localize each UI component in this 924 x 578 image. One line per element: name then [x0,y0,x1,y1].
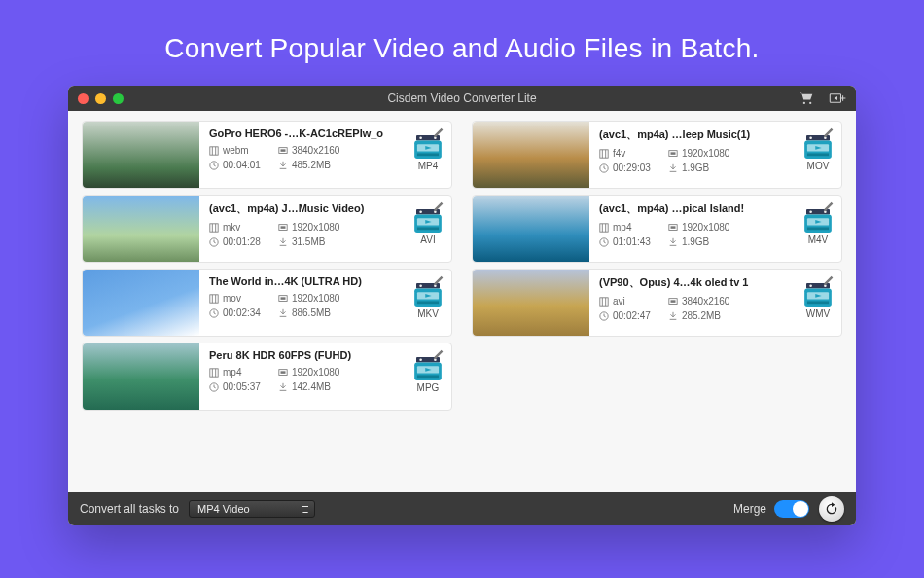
file-duration: 00:05:37 [223,381,261,392]
output-format-value: MP4 Video [197,503,250,515]
file-size: 142.4MB [292,381,331,392]
file-thumbnail [473,270,589,336]
output-format-select[interactable]: MP4 Video [189,500,315,518]
svg-rect-32 [417,227,439,230]
svg-point-38 [809,210,812,213]
clock-icon [209,237,219,247]
svg-rect-53 [600,297,608,305]
file-thumbnail [83,270,199,336]
edit-icon[interactable] [822,273,835,287]
file-size: 285.2MB [682,310,721,321]
file-target-format: WMV [806,308,830,319]
svg-rect-56 [670,300,675,303]
file-container: f4v [613,148,625,159]
svg-rect-43 [210,294,218,302]
titlebar: Cisdem Video Converter Lite [68,86,856,111]
file-duration: 00:02:34 [223,307,261,318]
file-title: GoPro HERO6 -…K-AC1cREPIw_o [209,127,399,139]
resolution-icon [278,146,288,156]
cart-icon[interactable] [798,91,815,105]
svg-rect-52 [417,301,439,304]
edit-icon[interactable] [432,347,445,361]
filesize-icon [278,161,288,170]
svg-point-58 [809,284,812,287]
file-target-format: MKV [417,308,439,319]
container-icon [209,223,219,233]
file-title: (avc1、mp4a) …pical Island! [599,201,789,216]
file-card[interactable]: (avc1、mp4a) …leep Music(1) f4v 00:29:03 … [472,121,842,189]
file-resolution: 1920x1080 [292,293,340,304]
file-duration: 00:04:01 [223,160,261,170]
edit-icon[interactable] [822,199,835,213]
file-resolution: 3840x2160 [682,296,730,307]
convert-button[interactable] [819,496,844,522]
file-target-format: AVI [420,235,435,245]
file-container: mov [223,293,241,304]
resolution-icon [278,294,288,304]
svg-rect-6 [280,149,285,152]
svg-rect-46 [280,297,285,300]
container-icon [599,149,609,159]
file-card[interactable]: (avc1、mp4a) J…Music Video) mkv 00:01:28 … [82,195,452,263]
file-resolution: 1920x1080 [292,222,340,233]
file-card[interactable]: (avc1、mp4a) …pical Island! mp4 01:01:43 … [472,195,842,263]
file-size: 1.9GB [682,163,709,173]
container-icon [599,223,609,233]
file-card[interactable]: The World in…4K (ULTRA HD) mov 00:02:34 … [82,269,452,337]
file-thumbnail [83,196,199,262]
file-card[interactable]: (VP90、Opus) 4…4k oled tv 1 avi 00:02:47 … [472,269,842,337]
svg-rect-26 [280,226,285,229]
file-card[interactable]: GoPro HERO6 -…K-AC1cREPIw_o webm 00:04:0… [82,121,452,189]
minimize-window-button[interactable] [95,93,106,104]
svg-rect-22 [807,153,829,156]
clock-icon [209,382,219,392]
page-headline: Convert Popular Video and Audio Files in… [164,33,759,64]
container-icon [209,146,219,156]
clock-icon [599,237,609,247]
filesize-icon [668,237,678,247]
file-target-format: MP4 [418,161,439,171]
svg-rect-72 [417,375,439,378]
merge-toggle[interactable] [774,500,809,518]
clock-icon [599,163,609,173]
svg-rect-66 [280,371,285,374]
file-title: (avc1、mp4a) J…Music Video) [209,201,399,216]
close-window-button[interactable] [78,93,89,104]
svg-rect-33 [600,223,608,231]
svg-point-8 [419,136,422,139]
svg-rect-23 [210,223,218,231]
svg-point-0 [803,102,805,104]
add-media-icon[interactable] [829,91,846,105]
edit-icon[interactable] [432,273,445,287]
edit-icon[interactable] [432,199,445,213]
edit-icon[interactable] [822,126,835,139]
file-container: mp4 [613,222,631,233]
file-title: The World in…4K (ULTRA HD) [209,275,399,287]
svg-point-68 [419,358,422,361]
container-icon [209,294,219,304]
container-icon [209,368,219,378]
svg-rect-36 [670,226,675,229]
clock-icon [209,161,219,170]
file-container: webm [223,145,249,156]
svg-rect-12 [417,153,439,156]
svg-rect-42 [807,227,829,230]
svg-rect-13 [600,149,608,157]
svg-rect-62 [807,301,829,304]
file-card[interactable]: Peru 8K HDR 60FPS (FUHD) mp4 00:05:37 19… [82,343,452,411]
zoom-window-button[interactable] [113,93,124,104]
convert-all-label: Convert all tasks to [80,502,179,516]
svg-point-28 [419,210,422,213]
file-duration: 00:29:03 [613,163,651,173]
edit-icon[interactable] [432,126,445,139]
resolution-icon [278,368,288,378]
file-container: mkv [223,222,240,233]
file-resolution: 1920x1080 [682,222,730,233]
file-thumbnail [473,122,589,188]
resolution-icon [668,223,678,233]
file-size: 485.2MB [292,160,331,170]
file-resolution: 1920x1080 [682,148,730,159]
file-thumbnail [83,343,199,410]
filesize-icon [278,308,288,318]
app-window: Cisdem Video Converter Lite GoPro HERO6 … [68,86,856,525]
